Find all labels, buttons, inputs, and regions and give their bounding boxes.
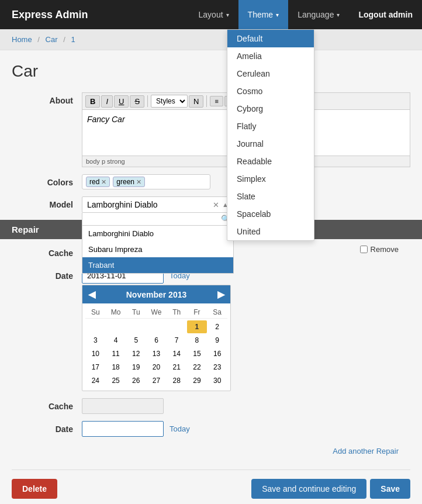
date-wrap: Today ◀ November 2013 ▶ SuMoTuWeThFrSa 1… bbox=[82, 268, 399, 391]
cache-row-2: Cache bbox=[12, 398, 399, 414]
calendar-next-btn[interactable]: ▶ bbox=[217, 289, 224, 300]
cal-day-22[interactable]: 22 bbox=[187, 361, 207, 374]
theme-option-default[interactable]: Default bbox=[227, 30, 314, 47]
cal-dow-th: Th bbox=[167, 308, 187, 316]
model-clear-btn[interactable]: ✕ bbox=[213, 201, 219, 209]
add-another-wrap: Add another Repair bbox=[12, 444, 399, 458]
cal-day-4[interactable]: 4 bbox=[106, 334, 126, 347]
cal-day-11[interactable]: 11 bbox=[106, 347, 126, 360]
colors-row: Colors red ✕ green ✕ bbox=[12, 174, 410, 189]
rte-bold-btn[interactable]: B bbox=[85, 95, 100, 108]
cal-week-1: 3456789 bbox=[85, 334, 227, 347]
navbar-item-theme[interactable]: Theme ▾ bbox=[238, 0, 289, 29]
calendar-dow: SuMoTuWeThFrSa bbox=[85, 306, 227, 319]
colors-tags-input[interactable]: red ✕ green ✕ bbox=[82, 174, 210, 189]
cal-day-1[interactable]: 1 bbox=[187, 320, 207, 333]
repair-remove: Remove bbox=[360, 245, 399, 254]
page-title: Car bbox=[12, 62, 410, 81]
theme-option-cosmo[interactable]: Cosmo bbox=[227, 82, 314, 100]
bottom-actions: Delete Save and continue editing Save bbox=[12, 470, 410, 504]
theme-option-cyborg[interactable]: Cyborg bbox=[227, 100, 314, 118]
cal-day-18[interactable]: 18 bbox=[106, 361, 126, 374]
model-option-lamborghini[interactable]: Lamborghini Diablo bbox=[82, 226, 233, 241]
cal-dow-mo: Mo bbox=[106, 308, 126, 316]
about-row: About B I U S Styles N ≡ ≡ " Fancy Car bbox=[12, 92, 410, 167]
cal-day-20[interactable]: 20 bbox=[146, 361, 167, 374]
rte-italic-btn[interactable]: I bbox=[101, 95, 113, 108]
cal-day-25[interactable]: 25 bbox=[106, 374, 126, 387]
date-input-2[interactable] bbox=[82, 421, 164, 437]
cal-day-13[interactable]: 13 bbox=[146, 347, 167, 360]
about-label: About bbox=[12, 92, 82, 105]
layout-label: Layout bbox=[199, 10, 223, 19]
tag-red-remove[interactable]: ✕ bbox=[101, 178, 106, 186]
rte-n-btn[interactable]: N bbox=[189, 95, 203, 108]
cal-day-7[interactable]: 7 bbox=[167, 334, 187, 347]
model-option-trabant[interactable]: Trabant bbox=[82, 257, 233, 273]
cal-day-14[interactable]: 14 bbox=[167, 347, 187, 360]
calendar-prev-btn[interactable]: ◀ bbox=[88, 289, 95, 300]
breadcrumb-sep-2: / bbox=[63, 35, 65, 44]
cal-day-23[interactable]: 23 bbox=[207, 361, 227, 374]
cal-day-19[interactable]: 19 bbox=[126, 361, 146, 374]
model-search-input[interactable] bbox=[85, 215, 221, 223]
cal-day-27[interactable]: 27 bbox=[146, 374, 167, 387]
navbar-item-language[interactable]: Language ▾ bbox=[288, 0, 349, 29]
repair-section-label: Repair bbox=[12, 225, 39, 234]
cal-day-2[interactable]: 2 bbox=[207, 320, 227, 333]
theme-option-readable[interactable]: Readable bbox=[227, 153, 314, 170]
breadcrumb-1[interactable]: 1 bbox=[71, 35, 75, 44]
cal-day-9[interactable]: 9 bbox=[207, 334, 227, 347]
theme-option-flatly[interactable]: Flatly bbox=[227, 118, 314, 135]
delete-button[interactable]: Delete bbox=[12, 479, 57, 499]
save-continue-button[interactable]: Save and continue editing bbox=[251, 479, 366, 499]
model-selected-value: Lamborghini Diablo bbox=[87, 200, 213, 209]
calendar-month-title: November 2013 bbox=[126, 290, 187, 299]
cal-day-26[interactable]: 26 bbox=[126, 374, 146, 387]
cal-day-6[interactable]: 6 bbox=[146, 334, 167, 347]
cache-input-2[interactable] bbox=[82, 398, 164, 414]
theme-dropdown: DefaultAmeliaCeruleanCosmoCyborgFlatlyJo… bbox=[227, 29, 314, 241]
cal-day-30[interactable]: 30 bbox=[207, 374, 227, 387]
theme-option-amelia[interactable]: Amelia bbox=[227, 47, 314, 65]
rte-underline-btn[interactable]: U bbox=[114, 95, 129, 108]
cal-day-10[interactable]: 10 bbox=[85, 347, 106, 360]
cal-day-3[interactable]: 3 bbox=[85, 334, 106, 347]
cal-day-15[interactable]: 15 bbox=[187, 347, 207, 360]
cal-day-16[interactable]: 16 bbox=[207, 347, 227, 360]
theme-option-united[interactable]: United bbox=[227, 223, 314, 240]
calendar-header: ◀ November 2013 ▶ bbox=[82, 285, 230, 303]
colors-label: Colors bbox=[12, 174, 82, 187]
add-another-repair-link[interactable]: Add another Repair bbox=[333, 444, 399, 458]
page-content: Car About B I U S Styles N ≡ ≡ " Fancy C… bbox=[0, 50, 422, 504]
theme-option-simplex[interactable]: Simplex bbox=[227, 170, 314, 188]
repair-remove-checkbox[interactable] bbox=[360, 246, 368, 253]
rte-styles-select[interactable]: Styles bbox=[151, 95, 188, 108]
rte-align-left-btn[interactable]: ≡ bbox=[210, 96, 223, 106]
cal-day-21[interactable]: 21 bbox=[167, 361, 187, 374]
cal-day-29[interactable]: 29 bbox=[187, 374, 207, 387]
today-link-2[interactable]: Today bbox=[170, 424, 190, 433]
rte-strikethrough-btn[interactable]: S bbox=[130, 95, 144, 108]
cal-day-28[interactable]: 28 bbox=[167, 374, 187, 387]
navbar-item-layout[interactable]: Layout ▾ bbox=[189, 0, 238, 29]
theme-option-spacelab[interactable]: Spacelab bbox=[227, 205, 314, 223]
brand-text: Express Admin bbox=[12, 9, 88, 21]
model-option-subaru[interactable]: Subaru Impreza bbox=[82, 241, 233, 257]
navbar: Express Admin Layout ▾ Theme ▾ Language … bbox=[0, 0, 422, 29]
cal-day-24[interactable]: 24 bbox=[85, 374, 106, 387]
tag-green-remove[interactable]: ✕ bbox=[136, 178, 141, 186]
cal-day-12[interactable]: 12 bbox=[126, 347, 146, 360]
theme-option-slate[interactable]: Slate bbox=[227, 188, 314, 205]
save-button[interactable]: Save bbox=[370, 479, 410, 499]
cal-day-8[interactable]: 8 bbox=[187, 334, 207, 347]
layout-caret-icon: ▾ bbox=[226, 12, 229, 18]
theme-option-cerulean[interactable]: Cerulean bbox=[227, 65, 314, 82]
cal-day-5[interactable]: 5 bbox=[126, 334, 146, 347]
breadcrumb-home[interactable]: Home bbox=[12, 35, 32, 44]
cal-day-17[interactable]: 17 bbox=[85, 361, 106, 374]
theme-option-journal[interactable]: Journal bbox=[227, 135, 314, 153]
logout-area[interactable]: Logout admin bbox=[349, 0, 422, 29]
model-selected-display[interactable]: Lamborghini Diablo ✕ ▲ bbox=[82, 196, 234, 213]
breadcrumb-car[interactable]: Car bbox=[46, 35, 58, 44]
